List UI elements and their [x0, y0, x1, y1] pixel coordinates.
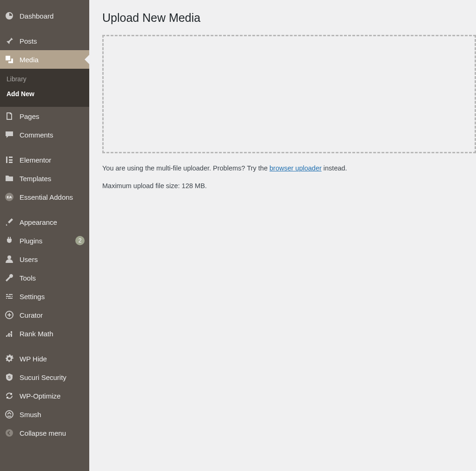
sidebar-item-label: Smush: [20, 411, 85, 419]
sidebar-item-users[interactable]: Users: [0, 250, 89, 268]
upload-dropzone[interactable]: [102, 35, 476, 153]
sidebar-item-label: WP-Optimize: [20, 392, 85, 400]
svg-text:S: S: [8, 375, 11, 379]
media-icon: [5, 55, 14, 64]
gear-icon: [5, 354, 14, 363]
ea-icon: EA: [5, 192, 14, 202]
sidebar-item-label: Curator: [20, 311, 85, 319]
wrench-icon: [5, 273, 14, 282]
elementor-icon: [5, 155, 14, 164]
sidebar-item-label: Dashboard: [20, 12, 85, 20]
folder-icon: [5, 174, 14, 183]
sidebar-item-settings[interactable]: Settings: [0, 287, 89, 306]
svg-point-9: [6, 411, 13, 418]
smush-icon: [5, 410, 14, 419]
brush-icon: [5, 217, 14, 227]
sidebar-item-label: Posts: [20, 37, 85, 45]
submenu-item-add-new[interactable]: Add New: [0, 86, 89, 101]
sidebar-item-rank-math[interactable]: Rank Math: [0, 324, 89, 343]
sidebar-item-label: Settings: [20, 293, 85, 301]
sidebar-item-templates[interactable]: Templates: [0, 169, 89, 188]
sidebar-item-label: Elementor: [20, 156, 85, 164]
sidebar-item-label: WP Hide: [20, 355, 85, 363]
sidebar-item-essential-addons[interactable]: EA Essential Addons: [0, 188, 89, 206]
media-submenu: Library Add New: [0, 69, 89, 107]
chart-icon: [5, 329, 14, 338]
sidebar-item-comments[interactable]: Comments: [0, 125, 89, 144]
svg-rect-3: [9, 162, 13, 163]
hint-text-suffix: instead.: [322, 164, 347, 172]
sidebar-item-elementor[interactable]: Elementor: [0, 150, 89, 169]
sidebar-item-plugins[interactable]: Plugins 2: [0, 231, 89, 250]
sidebar-item-label: Pages: [20, 112, 85, 120]
admin-sidebar: Dashboard Posts Media Library Add New Pa…: [0, 0, 89, 471]
sidebar-item-sucuri[interactable]: S Sucuri Security: [0, 368, 89, 386]
shield-icon: S: [5, 373, 14, 382]
svg-rect-1: [9, 157, 13, 158]
user-icon: [5, 255, 14, 264]
sidebar-item-label: Appearance: [20, 218, 85, 226]
sidebar-item-media[interactable]: Media: [0, 50, 89, 69]
comments-icon: [5, 130, 14, 139]
sidebar-item-label: Templates: [20, 175, 85, 183]
pages-icon: [5, 111, 14, 121]
browser-uploader-link[interactable]: browser uploader: [270, 164, 322, 172]
sidebar-item-label: Plugins: [20, 237, 72, 245]
sidebar-item-wp-hide[interactable]: WP Hide: [0, 349, 89, 368]
svg-rect-0: [6, 157, 7, 163]
sidebar-item-label: Comments: [20, 131, 85, 139]
svg-rect-2: [9, 159, 13, 161]
collapse-icon: [5, 428, 14, 438]
sliders-icon: [5, 292, 14, 301]
circle-plus-icon: [5, 310, 14, 320]
sidebar-item-pages[interactable]: Pages: [0, 107, 89, 125]
pin-icon: [5, 36, 14, 46]
sidebar-item-posts[interactable]: Posts: [0, 32, 89, 50]
uploader-hint: You are using the multi-file uploader. P…: [102, 164, 476, 172]
hint-text: You are using the multi-file uploader. P…: [102, 164, 270, 172]
submenu-item-library[interactable]: Library: [0, 72, 89, 86]
svg-point-6: [7, 255, 11, 259]
sidebar-item-label: Users: [20, 255, 85, 263]
sidebar-item-label: Collapse menu: [20, 429, 85, 437]
plugins-update-badge: 2: [75, 236, 85, 245]
sidebar-item-label: Media: [20, 56, 85, 64]
sidebar-item-label: Essential Addons: [20, 193, 85, 201]
sidebar-item-collapse[interactable]: Collapse menu: [0, 424, 89, 442]
sidebar-item-curator[interactable]: Curator: [0, 306, 89, 324]
dashboard-icon: [5, 11, 14, 20]
plug-icon: [5, 236, 14, 245]
svg-text:EA: EA: [7, 195, 12, 199]
sidebar-item-appearance[interactable]: Appearance: [0, 213, 89, 231]
sidebar-item-tools[interactable]: Tools: [0, 268, 89, 287]
page-title: Upload New Media: [102, 11, 476, 25]
sidebar-item-smush[interactable]: Smush: [0, 405, 89, 424]
sidebar-item-label: Sucuri Security: [20, 373, 85, 381]
svg-point-10: [6, 429, 13, 437]
sidebar-item-label: Rank Math: [20, 330, 85, 338]
sidebar-item-label: Tools: [20, 274, 85, 282]
max-upload-size: Maximum upload file size: 128 MB.: [102, 182, 476, 190]
main-content: Upload New Media You are using the multi…: [89, 0, 476, 471]
sidebar-item-dashboard[interactable]: Dashboard: [0, 7, 89, 25]
sidebar-item-wp-optimize[interactable]: WP-Optimize: [0, 386, 89, 405]
refresh-icon: [5, 391, 14, 400]
